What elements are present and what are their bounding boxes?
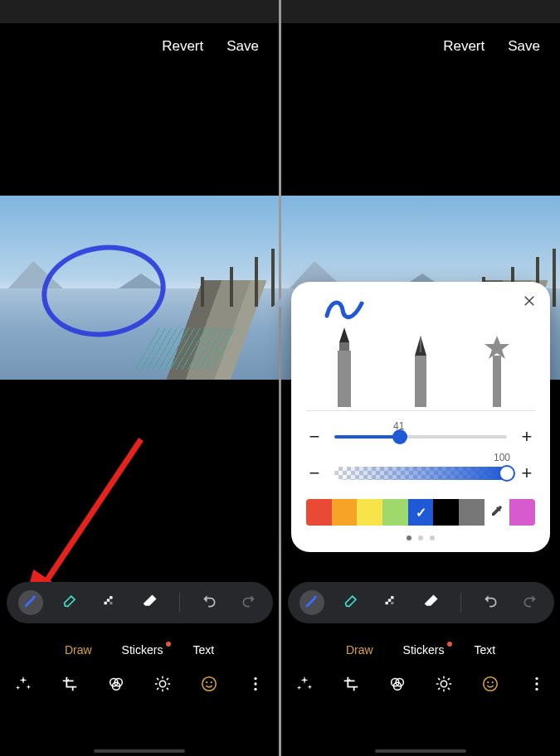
editor-bottom-bar (12, 675, 266, 696)
size-increase-button[interactable]: + (519, 426, 535, 448)
crop-rotate-button[interactable] (340, 675, 362, 696)
crop-icon (342, 675, 360, 696)
stroke-size-slider[interactable]: − 41 + (306, 426, 535, 448)
color-swatch-blue[interactable] (408, 499, 434, 526)
marker-icon (343, 593, 360, 613)
pen-type-fountain[interactable] (403, 336, 438, 407)
toolbar-divider (179, 593, 180, 613)
tab-draw[interactable]: Draw (346, 643, 373, 657)
close-icon (522, 297, 537, 311)
eraser-tool-button[interactable] (419, 590, 444, 615)
decorations-button[interactable] (480, 675, 501, 696)
svg-rect-30 (385, 602, 387, 604)
svg-rect-27 (415, 356, 426, 407)
size-decrease-button[interactable]: − (306, 426, 323, 448)
pager-dot[interactable] (418, 536, 423, 540)
svg-point-46 (484, 677, 498, 691)
svg-line-13 (157, 678, 158, 680)
svg-rect-29 (493, 356, 501, 407)
pencil-icon (22, 593, 39, 613)
eraser-icon (423, 593, 440, 613)
auto-enhance-button[interactable] (12, 675, 34, 696)
draw-tools-pill (288, 582, 554, 623)
color-swatch-eyedropper[interactable] (485, 499, 510, 526)
crop-rotate-button[interactable] (59, 675, 80, 696)
redo-icon (241, 593, 257, 613)
color-swatch-green[interactable] (382, 499, 408, 526)
svg-point-18 (206, 681, 207, 683)
pager-dot[interactable] (430, 536, 435, 540)
eraser-tool-button[interactable] (138, 590, 163, 615)
color-swatch-gray[interactable] (459, 499, 485, 526)
pen-type-glitter[interactable] (480, 336, 514, 407)
image-canvas[interactable] (0, 196, 279, 380)
color-swatch-red[interactable] (306, 499, 332, 526)
color-swatch-black[interactable] (433, 499, 459, 526)
decorations-button[interactable] (198, 675, 220, 696)
color-swatch-yellow[interactable] (357, 499, 382, 526)
mosaic-tool-button[interactable] (98, 590, 123, 615)
status-bar (0, 0, 279, 23)
auto-enhance-button[interactable] (294, 675, 315, 696)
redo-button[interactable] (236, 590, 261, 615)
pager-dot[interactable] (407, 536, 411, 540)
opacity-increase-button[interactable]: + (519, 463, 535, 484)
redo-button[interactable] (518, 590, 543, 615)
tab-stickers[interactable]: Stickers (403, 643, 445, 657)
tab-text[interactable]: Text (192, 643, 214, 657)
mosaic-tool-button[interactable] (379, 590, 404, 615)
svg-point-51 (535, 688, 538, 691)
pen-type-ballpoint[interactable] (327, 327, 362, 407)
tab-stickers[interactable]: Stickers (122, 643, 163, 657)
sparkle-icon (14, 675, 32, 696)
svg-marker-28 (485, 336, 509, 359)
popup-close-button[interactable] (522, 293, 537, 312)
more-options-button[interactable] (526, 675, 548, 696)
save-button[interactable]: Save (508, 38, 540, 55)
marker-tool-button[interactable] (58, 590, 83, 615)
adjust-button[interactable] (152, 675, 173, 696)
tab-text[interactable]: Text (474, 643, 495, 657)
popup-pager (306, 536, 535, 540)
plus-icon: + (522, 426, 533, 447)
status-bar (281, 0, 560, 23)
svg-point-19 (211, 681, 212, 683)
redo-icon (522, 593, 538, 613)
toolbar-divider (460, 593, 461, 613)
size-track[interactable]: 41 (334, 435, 507, 439)
marker-tool-button[interactable] (339, 590, 364, 615)
color-swatch-orange[interactable] (332, 499, 358, 526)
opacity-decrease-button[interactable]: − (306, 463, 323, 484)
more-options-button[interactable] (245, 675, 266, 696)
color-palette (306, 499, 535, 526)
size-thumb[interactable] (392, 429, 407, 444)
revert-button[interactable]: Revert (162, 38, 203, 55)
adjust-button[interactable] (433, 675, 455, 696)
revert-button[interactable]: Revert (443, 38, 485, 55)
save-button[interactable]: Save (226, 38, 259, 55)
draw-tools-pill (7, 582, 273, 623)
undo-button[interactable] (197, 590, 222, 615)
editor-toolbar-area: Draw Stickers Text (281, 582, 560, 756)
screen-pen-settings: Revert Save (281, 0, 560, 756)
crop-icon (61, 675, 79, 696)
stickers-badge (166, 642, 171, 647)
pen-tool-button[interactable] (18, 590, 43, 615)
home-indicator (375, 749, 466, 753)
pen-tool-button[interactable] (299, 590, 324, 615)
svg-line-14 (167, 688, 168, 690)
svg-point-50 (535, 682, 538, 685)
svg-rect-25 (338, 351, 351, 407)
opacity-slider[interactable]: − 100 + (306, 463, 535, 484)
undo-button[interactable] (478, 590, 503, 615)
filters-button[interactable] (387, 675, 408, 696)
more-vertical-icon (528, 675, 546, 696)
tab-draw[interactable]: Draw (65, 643, 92, 657)
opacity-thumb[interactable] (499, 465, 515, 482)
eraser-icon (142, 593, 158, 613)
filters-button[interactable] (105, 675, 127, 696)
color-swatch-magenta[interactable] (509, 499, 535, 526)
editor-toolbar-area: Draw Stickers Text (0, 582, 279, 756)
opacity-track[interactable]: 100 (334, 467, 507, 480)
svg-rect-32 (391, 596, 393, 598)
